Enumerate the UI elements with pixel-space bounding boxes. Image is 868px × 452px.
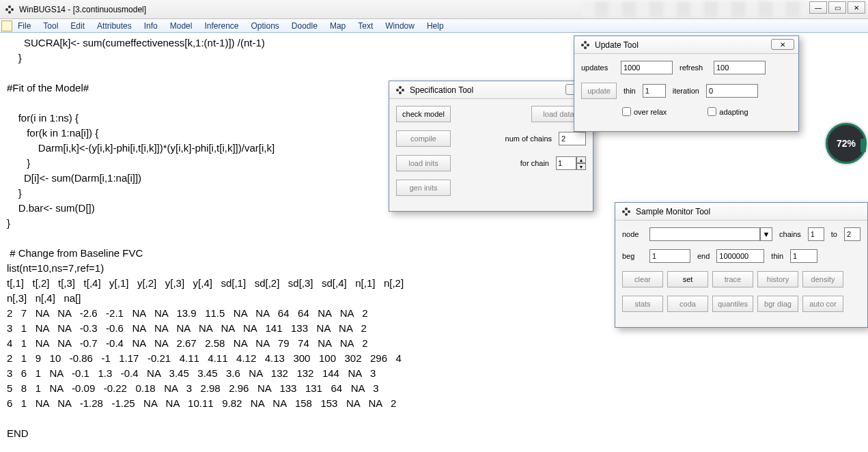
document-icon — [1, 20, 12, 31]
sample-monitor-titlebar[interactable]: Sample Monitor Tool — [615, 203, 867, 221]
svg-point-5 — [399, 86, 402, 89]
update-button[interactable]: update — [581, 83, 617, 99]
svg-point-10 — [587, 44, 589, 46]
menu-attributes[interactable]: Attributes — [94, 20, 135, 31]
svg-point-6 — [402, 89, 404, 91]
check-model-button[interactable]: check model — [396, 106, 451, 122]
svg-point-15 — [625, 213, 628, 216]
node-combo-input[interactable] — [649, 227, 760, 241]
node-combo-dropdown[interactable]: ▼ — [760, 227, 772, 241]
beg-input[interactable] — [649, 249, 690, 263]
for-chain-input[interactable] — [556, 156, 576, 170]
sample-monitor-window[interactable]: Sample Monitor Tool node ▼ chains to beg… — [615, 202, 868, 328]
adapting-checkbox[interactable]: adapting — [708, 107, 748, 116]
progress-badge[interactable]: 72% — [826, 123, 867, 164]
trace-button[interactable]: trace — [712, 271, 753, 287]
end-input[interactable] — [716, 249, 764, 263]
menu-map[interactable]: Map — [327, 20, 348, 31]
update-tool-title: Update Tool — [595, 40, 639, 50]
thin-label: thin — [771, 252, 783, 260]
specification-tool-titlebar[interactable]: Specification Tool ✕ — [389, 81, 593, 99]
density-button[interactable]: density — [802, 271, 843, 287]
num-chains-input[interactable] — [559, 132, 586, 145]
beg-label: beg — [622, 252, 643, 260]
gen-inits-button[interactable]: gen inits — [396, 180, 451, 196]
maximize-button[interactable]: ▭ — [828, 1, 846, 14]
svg-point-8 — [581, 44, 584, 46]
menu-tool[interactable]: Tool — [40, 20, 61, 31]
iteration-input[interactable] — [706, 84, 758, 98]
sample-monitor-body: node ▼ chains to beg end thin clear set … — [615, 221, 867, 327]
node-label: node — [622, 230, 643, 238]
svg-point-2 — [11, 8, 14, 11]
specification-tool-window[interactable]: Specification Tool ✕ check model load da… — [389, 81, 593, 212]
spinner-up[interactable]: ▲ — [576, 156, 586, 163]
end-label: end — [697, 252, 710, 260]
menu-model[interactable]: Model — [167, 20, 195, 31]
menu-options[interactable]: Options — [249, 20, 282, 31]
clear-button[interactable]: clear — [622, 271, 663, 287]
blurred-region — [581, 1, 807, 16]
num-chains-label: num of chains — [505, 135, 552, 143]
menu-inference[interactable]: Inference — [201, 20, 241, 31]
chains-to-label: to — [831, 230, 837, 238]
for-chain-spinner[interactable]: ▲▼ — [556, 156, 586, 170]
iteration-label: iteration — [673, 87, 699, 95]
sample-monitor-title: Sample Monitor Tool — [636, 207, 710, 216]
updates-input[interactable] — [621, 61, 673, 74]
app-icon — [4, 4, 15, 15]
refresh-label: refresh — [680, 63, 707, 72]
stats-button[interactable]: stats — [622, 296, 663, 312]
tool-icon — [580, 40, 591, 51]
spinner-down[interactable]: ▼ — [576, 163, 586, 170]
menu-text[interactable]: Text — [355, 20, 376, 31]
bgr-diag-button[interactable]: bgr diag — [757, 296, 798, 312]
compile-button[interactable]: compile — [396, 130, 451, 147]
auto-cor-button[interactable]: auto cor — [802, 296, 843, 312]
refresh-input[interactable] — [714, 61, 766, 74]
badge-text: 72% — [837, 138, 856, 149]
update-tool-body: updates refresh update thin iteration ov… — [574, 54, 798, 131]
menu-doodle[interactable]: Doodle — [289, 20, 320, 31]
updates-label: updates — [581, 63, 614, 72]
app-title: WinBUGS14 - [3.continuousmodel] — [19, 5, 146, 14]
menu-edit[interactable]: Edit — [68, 20, 87, 31]
menu-window[interactable]: Window — [382, 20, 417, 31]
update-close-button[interactable]: ✕ — [771, 39, 794, 50]
history-button[interactable]: history — [757, 271, 798, 287]
svg-point-9 — [584, 41, 587, 44]
title-bar: WinBUGS14 - [3.continuousmodel] — ▭ ✕ — [0, 0, 868, 19]
set-button[interactable]: set — [667, 271, 708, 287]
chains-from-input[interactable] — [808, 227, 824, 241]
chains-label: chains — [779, 230, 801, 238]
specification-tool-body: check model load data compile num of cha… — [389, 99, 593, 211]
over-relax-checkbox[interactable]: over relax — [622, 107, 667, 116]
tool-icon — [395, 85, 406, 96]
svg-point-12 — [622, 210, 625, 213]
thin-input[interactable] — [790, 249, 817, 263]
minimize-button[interactable]: — — [809, 1, 827, 14]
update-tool-titlebar[interactable]: Update Tool ✕ — [574, 36, 798, 54]
svg-point-13 — [625, 208, 628, 210]
update-tool-window[interactable]: Update Tool ✕ updates refresh update thi… — [574, 36, 799, 132]
svg-point-14 — [628, 210, 630, 213]
specification-tool-title: Specification Tool — [410, 85, 473, 95]
svg-point-3 — [8, 11, 11, 14]
close-button[interactable]: ✕ — [848, 1, 865, 14]
thin-input[interactable] — [643, 84, 666, 98]
window-controls: — ▭ ✕ — [809, 1, 865, 14]
svg-point-4 — [396, 89, 399, 91]
quantiles-button[interactable]: quantiles — [712, 296, 753, 312]
svg-point-11 — [584, 46, 587, 49]
menu-info[interactable]: Info — [141, 20, 160, 31]
menu-help[interactable]: Help — [424, 20, 447, 31]
svg-point-1 — [8, 5, 11, 8]
svg-point-7 — [399, 91, 402, 94]
menu-file[interactable]: File — [15, 20, 33, 31]
for-chain-label: for chain — [520, 159, 549, 167]
load-inits-button[interactable]: load inits — [396, 155, 451, 171]
coda-button[interactable]: coda — [667, 296, 708, 312]
chains-to-input[interactable] — [844, 227, 860, 241]
tool-icon — [621, 206, 632, 217]
thin-label: thin — [624, 87, 636, 95]
